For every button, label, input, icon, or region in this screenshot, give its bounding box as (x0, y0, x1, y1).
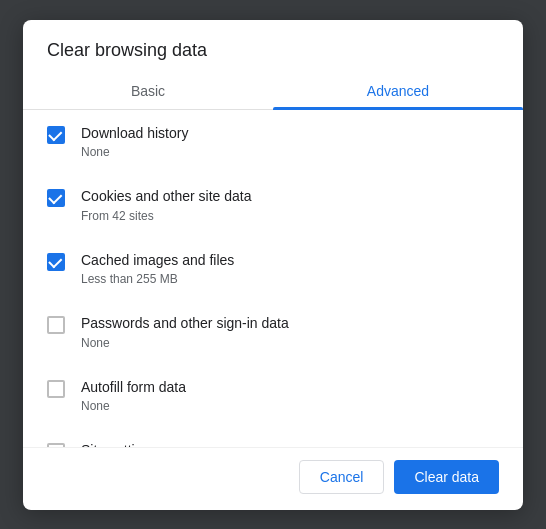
list-item: Site settings None (47, 427, 499, 446)
checkbox-download-history[interactable] (47, 126, 65, 144)
checkbox-icon[interactable] (47, 380, 65, 398)
dialog-title: Clear browsing data (23, 20, 523, 61)
cancel-button[interactable]: Cancel (299, 460, 385, 494)
item-label: Cookies and other site data (81, 187, 251, 207)
list-item: Autofill form data None (47, 364, 499, 428)
checkbox-icon[interactable] (47, 316, 65, 334)
checkbox-passwords[interactable] (47, 316, 65, 334)
checkbox-cookies[interactable] (47, 189, 65, 207)
list-item: Download history None (47, 110, 499, 174)
item-label: Download history (81, 124, 188, 144)
checkbox-autofill[interactable] (47, 380, 65, 398)
list-item: Cookies and other site data From 42 site… (47, 173, 499, 237)
dialog-footer: Cancel Clear data (23, 447, 523, 510)
item-sublabel: Less than 255 MB (81, 272, 234, 286)
clear-data-button[interactable]: Clear data (394, 460, 499, 494)
tab-basic[interactable]: Basic (23, 73, 273, 109)
overlay: Clear browsing data Basic Advanced Downl… (0, 0, 546, 529)
item-sublabel: None (81, 399, 186, 413)
item-label: Cached images and files (81, 251, 234, 271)
dialog: Clear browsing data Basic Advanced Downl… (23, 20, 523, 510)
content-area: Download history None Cookies and other … (23, 110, 523, 447)
item-label: Passwords and other sign-in data (81, 314, 289, 334)
item-label: Autofill form data (81, 378, 186, 398)
item-sublabel: None (81, 336, 289, 350)
list-item: Cached images and files Less than 255 MB (47, 237, 499, 301)
list-item: Passwords and other sign-in data None (47, 300, 499, 364)
tabs: Basic Advanced (23, 73, 523, 110)
checkbox-icon[interactable] (47, 126, 65, 144)
tab-advanced[interactable]: Advanced (273, 73, 523, 109)
checkbox-icon[interactable] (47, 189, 65, 207)
item-sublabel: From 42 sites (81, 209, 251, 223)
checkbox-icon[interactable] (47, 253, 65, 271)
item-sublabel: None (81, 145, 188, 159)
checkbox-cached[interactable] (47, 253, 65, 271)
